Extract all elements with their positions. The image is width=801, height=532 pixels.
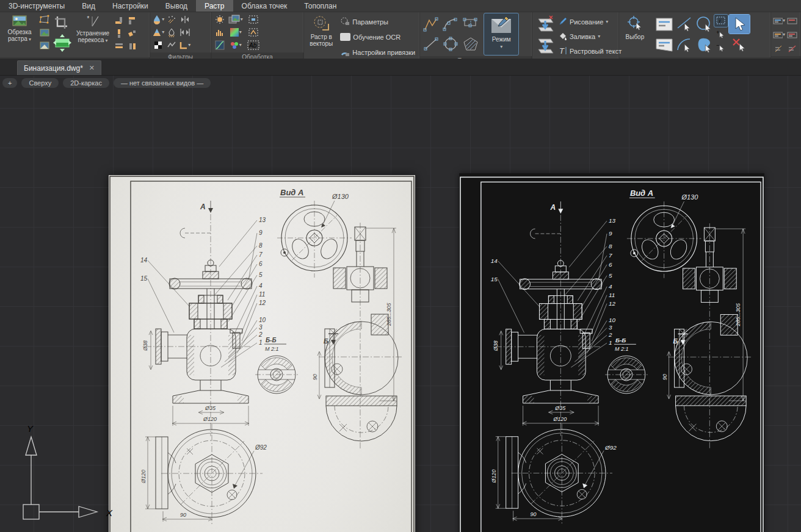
layer-orange-icon[interactable]: ▾ <box>773 29 785 41</box>
rasterize-icon[interactable] <box>534 36 555 56</box>
align-pair-icon[interactable] <box>126 40 139 52</box>
trace-polyline-icon[interactable] <box>422 16 440 33</box>
gradient-map-icon[interactable]: ▾ <box>227 26 244 38</box>
side-view: Б <box>662 223 751 448</box>
select-frame-icon[interactable] <box>245 26 261 38</box>
align-corner-icon[interactable] <box>113 15 125 27</box>
select-button[interactable]: Выбор <box>621 13 649 56</box>
menu-tab-settings[interactable]: Настройки <box>104 0 157 12</box>
raster-draw-button[interactable]: Рисование▾ <box>556 15 624 29</box>
menu-tab-view[interactable]: Вид <box>73 0 104 12</box>
rasterize-delete-icon[interactable] <box>534 15 555 34</box>
menu-tab-raster-active[interactable]: Растр <box>196 0 233 12</box>
d38-dim-label: Ø38 <box>493 340 499 351</box>
pencil-icon <box>559 17 567 27</box>
part-8: 8 <box>609 243 612 250</box>
ocr-training-button[interactable]: aB Обучение OCR <box>338 31 418 44</box>
color-dots-icon[interactable]: ▾ <box>227 39 244 51</box>
layer-edit-icon[interactable] <box>773 43 785 55</box>
despeckle-icon[interactable] <box>165 13 178 26</box>
ocr-ab-icon: aB <box>340 33 350 42</box>
trace-contour-icon[interactable] <box>461 16 480 33</box>
viewport-controls: + Сверху 2D-каркас — нет связанных видов… <box>2 78 211 88</box>
conversion-parameters-button[interactable]: Параметры <box>338 15 418 29</box>
raster-fill-button[interactable]: Заливка▾ <box>556 30 624 43</box>
deskew-button[interactable]: * Устранениеперекоса ▾ <box>74 13 112 56</box>
brightness-icon[interactable] <box>214 13 226 26</box>
menu-tab-3d-tools[interactable]: 3D-инструменты <box>0 0 73 12</box>
view-a-label: Вид А <box>280 188 303 197</box>
select-area-icon[interactable] <box>245 13 261 26</box>
ucs-icon[interactable]: Y X <box>9 423 118 527</box>
drawing-frame <box>481 182 761 532</box>
document-tab-title: Бинаизация.dwg* <box>24 64 83 73</box>
cursor-select-icon[interactable] <box>729 15 750 34</box>
blur-drop-icon[interactable]: ▾ <box>152 13 164 26</box>
part-1: 1 <box>609 339 612 346</box>
ocr-area-icon[interactable]: Ab <box>245 39 261 51</box>
layer-red-icon[interactable] <box>786 15 799 27</box>
trace-circle-icon[interactable] <box>441 35 460 52</box>
viewport-controls-menu[interactable]: + <box>2 78 17 88</box>
selection-mode-new-icon[interactable]: i <box>714 15 728 27</box>
selection-add-icon[interactable]: + <box>714 28 728 40</box>
resize-raster-icon[interactable] <box>52 32 73 53</box>
trace-arc-icon[interactable] <box>441 16 460 33</box>
curves-icon[interactable] <box>214 39 226 51</box>
raster-text-button[interactable]: T Растровый текст <box>556 45 624 58</box>
select-blob-icon[interactable] <box>695 35 713 54</box>
select-arc-icon[interactable] <box>675 35 694 54</box>
trace-hatch-icon[interactable] <box>461 35 480 52</box>
align-rotate-icon[interactable] <box>126 27 139 40</box>
erode-icon[interactable] <box>179 13 191 26</box>
selection-subtract-icon[interactable]: − <box>714 41 728 54</box>
rubber-sheet-icon[interactable] <box>38 13 51 26</box>
viewport-linked-views-control[interactable]: — нет связанных видов — <box>114 78 211 88</box>
svg-text:aB: aB <box>341 34 349 40</box>
d35-dim-label: Ø35 <box>205 405 216 411</box>
image-corner-icon[interactable] <box>38 39 51 51</box>
menu-tab-point-clouds[interactable]: Облака точек <box>233 0 296 12</box>
align-stack-icon[interactable] <box>113 40 125 52</box>
select-circle-icon[interactable] <box>695 15 713 34</box>
drawing-viewport[interactable]: + Сверху 2D-каркас — нет связанных видов… <box>0 76 801 532</box>
part-6: 6 <box>259 261 263 267</box>
document-tab[interactable]: Бинаизация.dwg* ✕ <box>17 60 101 75</box>
layer-red2-icon[interactable] <box>786 29 799 41</box>
fill-holes-icon[interactable] <box>165 26 178 38</box>
sharpen-icon[interactable]: ▾ <box>152 26 164 38</box>
image-adjust-icon[interactable]: ▾ <box>227 13 244 26</box>
histogram-icon[interactable] <box>214 26 226 38</box>
close-tab-icon[interactable]: ✕ <box>89 64 95 72</box>
raster-to-vectors-button[interactable]: Растр ввекторы <box>306 13 336 56</box>
smooth-icon[interactable] <box>165 39 178 51</box>
trace-mode-button[interactable]: Режим▾ <box>484 13 518 55</box>
crop-raster-button[interactable]: Обрезкарастра ▾ <box>2 13 37 56</box>
menu-tab-topoplan[interactable]: Топоплан <box>295 0 345 12</box>
layer-blue-icon[interactable]: ▾ <box>773 15 785 27</box>
image-frame-icon[interactable] <box>38 26 51 38</box>
layer-delete-icon[interactable] <box>786 43 799 55</box>
trace-line-icon[interactable] <box>422 35 440 52</box>
dilate-icon[interactable] <box>179 26 191 38</box>
ribbon-group-conversion: Растр ввекторы Параметры aB Обучение OCR… <box>304 12 420 59</box>
align-corner2-icon[interactable] <box>126 15 139 27</box>
crop-icon[interactable] <box>52 13 70 32</box>
viewport-view-control[interactable]: Сверху <box>21 78 59 88</box>
viewport-visual-style-control[interactable]: 2D-каркас <box>63 78 109 88</box>
binarize-checker-icon[interactable] <box>152 39 164 51</box>
section-label: Б-Б <box>266 337 277 343</box>
select-raster-area-icon[interactable] <box>654 15 674 34</box>
cut-a-label: А <box>200 203 206 211</box>
raster-to-vectors-label: Растр ввекторы <box>310 34 333 47</box>
align-vertical-icon[interactable] <box>113 27 125 40</box>
select-line-icon[interactable] <box>675 15 694 34</box>
part-8: 8 <box>259 242 263 249</box>
raster-scan-drawing[interactable]: Вид А Ø130 <box>109 175 415 532</box>
deselect-icon[interactable] <box>729 35 750 54</box>
menu-tab-output[interactable]: Вывод <box>157 0 196 12</box>
binarized-drawing[interactable]: Вид А Ø130 <box>459 173 764 532</box>
snap-settings-button[interactable]: Настройки привязки <box>338 46 418 59</box>
corner-filter-icon[interactable]: ▾ <box>179 39 191 51</box>
select-raster-polygon-icon[interactable] <box>654 35 674 54</box>
